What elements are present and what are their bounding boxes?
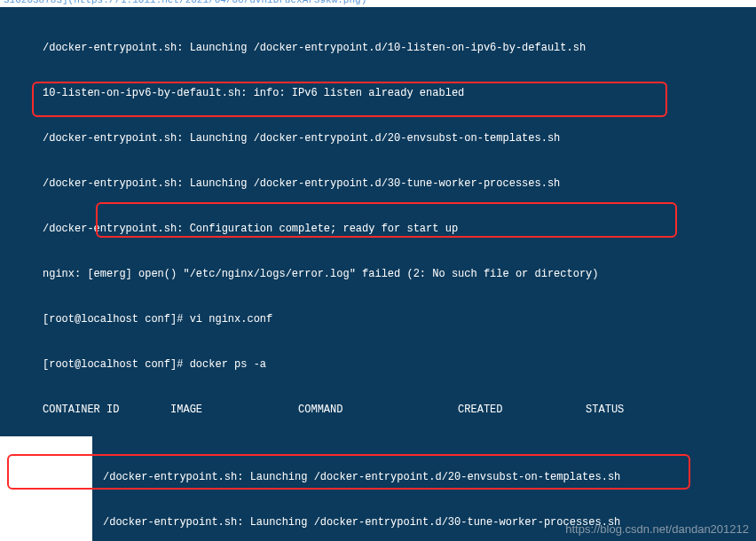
log-line: /docker-entrypoint.sh: Launching /docker… — [43, 176, 756, 192]
log-line: 10-listen-on-ipv6-by-default.sh: info: I… — [43, 86, 756, 101]
prompt-line[interactable]: [root@localhost conf]# docker ps -a — [43, 357, 756, 372]
log-line: /docker-entrypoint.sh: Launching /docker… — [103, 515, 756, 530]
prompt-line[interactable]: [root@localhost conf]# vi nginx.conf — [43, 312, 756, 327]
table-header: CONTAINER ID IMAGE COMMAND CREATED STATU… — [43, 403, 756, 418]
log-line: /docker-entrypoint.sh: Launching /docker… — [43, 131, 756, 146]
terminal-block-2: /docker-entrypoint.sh: Launching /docker… — [92, 436, 756, 541]
log-line: /docker-entrypoint.sh: Launching /docker… — [103, 470, 756, 485]
url-fragment: 3102038783](https://1.10ll.net/2021/04/0… — [0, 0, 756, 7]
log-line: /docker-entrypoint.sh: Launching /docker… — [43, 41, 756, 56]
error-line: nginx: [emerg] open() "/etc/nginx/logs/e… — [43, 267, 756, 282]
log-line: /docker-entrypoint.sh: Configuration com… — [43, 222, 756, 237]
terminal-block-1: /docker-entrypoint.sh: Launching /docker… — [0, 7, 756, 436]
